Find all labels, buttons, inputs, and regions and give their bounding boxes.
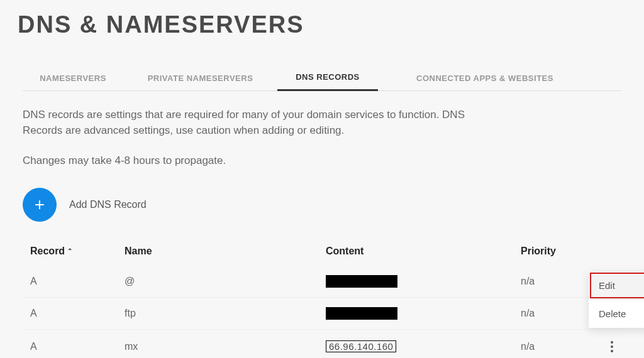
plus-icon[interactable]: + <box>23 188 57 222</box>
cell-name: mx <box>125 341 326 352</box>
cell-content-value: 66.96.140.160 <box>326 340 396 352</box>
menu-item-delete[interactable]: Delete <box>589 300 644 328</box>
row-actions-menu: Edit Delete <box>589 271 644 328</box>
cell-name: ftp <box>125 308 326 319</box>
description-text-1: DNS records are settings that are requir… <box>23 107 501 138</box>
redacted-content <box>326 307 397 320</box>
cell-name: @ <box>125 276 326 287</box>
chevron-up-icon: ⌃ <box>67 247 72 254</box>
add-dns-record-label: Add DNS Record <box>69 199 147 210</box>
row-actions-button[interactable] <box>596 339 628 354</box>
dns-table: Record ⌃ Name Content Priority A @ n/a A… <box>23 237 621 358</box>
cell-content <box>326 275 521 288</box>
cell-priority: n/a <box>521 308 596 319</box>
cell-priority: n/a <box>521 341 596 352</box>
table-row: A ftp n/a <box>23 298 621 330</box>
cell-record: A <box>30 276 125 287</box>
description: DNS records are settings that are requir… <box>23 107 501 169</box>
page-title: DNS & NAMESERVERS <box>0 0 644 38</box>
column-name[interactable]: Name <box>125 246 326 257</box>
column-content[interactable]: Content <box>326 246 521 257</box>
tab-private-nameservers[interactable]: PRIVATE NAMESERVERS <box>123 66 277 90</box>
cell-content <box>326 307 521 320</box>
column-record[interactable]: Record ⌃ <box>30 246 125 257</box>
cell-priority: n/a <box>521 276 596 287</box>
cell-content: 66.96.140.160 <box>326 340 521 352</box>
tab-dns-records[interactable]: DNS RECORDS <box>277 65 378 91</box>
cell-record: A <box>30 308 125 319</box>
cell-record: A <box>30 341 125 352</box>
tab-connected-apps[interactable]: CONNECTED APPS & WEBSITES <box>378 66 592 90</box>
column-priority[interactable]: Priority <box>521 246 596 257</box>
tab-nameservers[interactable]: NAMESERVERS <box>23 66 123 90</box>
table-row: A mx 66.96.140.160 n/a <box>23 330 621 358</box>
table-row: A @ n/a <box>23 266 621 298</box>
tabs: NAMESERVERS PRIVATE NAMESERVERS DNS RECO… <box>23 65 621 91</box>
menu-item-edit[interactable]: Edit <box>589 271 644 300</box>
column-record-label: Record <box>30 246 65 257</box>
add-dns-record[interactable]: + Add DNS Record <box>23 188 621 222</box>
description-text-2: Changes may take 4-8 hours to propagate. <box>23 153 501 169</box>
redacted-content <box>326 275 397 288</box>
table-header: Record ⌃ Name Content Priority <box>23 237 621 266</box>
